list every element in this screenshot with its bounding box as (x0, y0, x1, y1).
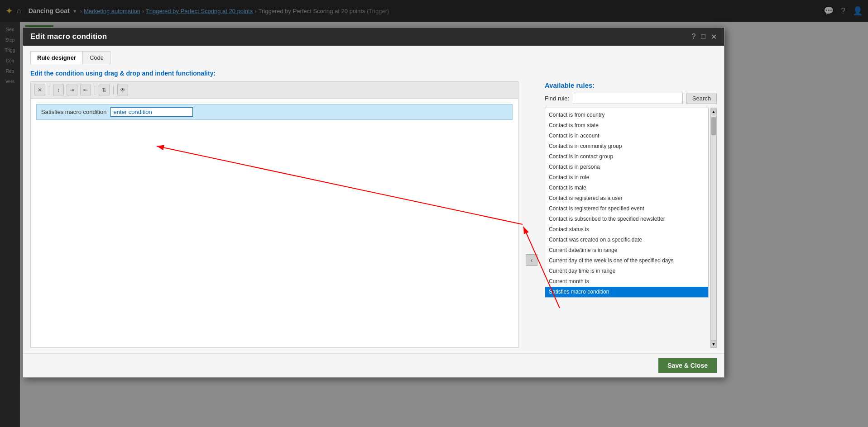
available-rules-title: Available rules: (545, 81, 717, 89)
modal-body: Rule designer Code Edit the condition us… (23, 46, 724, 353)
rules-list-container: Contact has submitted specified form in … (545, 108, 717, 348)
scrollbar-up[interactable]: ▲ (711, 108, 716, 115)
toolbar-outdent-btn[interactable]: ⇤ (80, 85, 91, 95)
add-rule-arrow-container: ‹ (526, 254, 537, 266)
rules-list-item[interactable]: Contact is subscribed to the specified n… (545, 214, 708, 224)
find-rule-label: Find rule: (545, 95, 569, 102)
modal-title: Edit macro condition (30, 32, 107, 41)
rules-list-item[interactable]: Current date/time is in range (545, 245, 708, 256)
toolbar-indent-btn[interactable]: ⇥ (67, 85, 77, 95)
toolbar-move-btn[interactable]: ↕ (53, 85, 64, 95)
instructions-text: Edit the condition using drag & drop and… (30, 70, 717, 77)
rule-toolbar: ✕ ↕ ⇥ ⇤ ⇅ 👁 (31, 82, 518, 99)
modal-header-actions: ? □ ✕ (691, 33, 717, 41)
toolbar-sep-1 (49, 85, 49, 95)
rules-list-item[interactable]: Contact is in community group (545, 141, 708, 152)
rules-list-item[interactable]: Contact is in role (545, 172, 708, 183)
rules-list-item[interactable]: Current day time is in range (545, 266, 708, 276)
find-rule-row: Find rule: Search (545, 93, 717, 104)
modal-header: Edit macro condition ? □ ✕ (23, 28, 724, 46)
rules-list-item[interactable]: Contact is from country (545, 110, 708, 120)
toolbar-delete-btn[interactable]: ✕ (34, 85, 45, 95)
toolbar-sep-3 (113, 85, 114, 95)
rules-scrollbar: ▲ ▼ (710, 108, 717, 348)
add-rule-button[interactable]: ‹ (526, 254, 537, 266)
rules-list-item[interactable]: Current month is (545, 276, 708, 287)
modal-tabs: Rule designer Code (30, 51, 717, 64)
toolbar-sep-2 (95, 85, 95, 95)
rules-list-item[interactable]: Contact status is (545, 224, 708, 235)
rules-list: Contact has submitted specified form in … (545, 108, 709, 298)
rules-list-item[interactable]: Contact is in account (545, 131, 708, 141)
modal-help-icon[interactable]: ? (691, 33, 695, 41)
scrollbar-down[interactable]: ▼ (711, 340, 716, 347)
rules-list-item[interactable]: Contact is in persona (545, 162, 708, 172)
rules-list-item[interactable]: Contact is in contact group (545, 152, 708, 162)
save-close-button[interactable]: Save & Close (658, 358, 717, 373)
toolbar-swap-btn[interactable]: ⇅ (99, 85, 110, 95)
rules-list-item[interactable]: Contact is registered for specified even… (545, 204, 708, 214)
find-rule-input[interactable] (573, 93, 683, 104)
rules-list-item[interactable]: Contact is male (545, 183, 708, 193)
condition-row: Satisfies macro condition (36, 104, 513, 120)
designer-area: ✕ ↕ ⇥ ⇤ ⇅ 👁 Satisfies macro condition (30, 81, 717, 348)
rule-content: Satisfies macro condition (31, 99, 518, 347)
toolbar-preview-btn[interactable]: 👁 (117, 85, 128, 95)
rules-list-item[interactable]: Contact is from state (545, 120, 708, 131)
tab-code[interactable]: Code (83, 51, 110, 64)
search-button[interactable]: Search (686, 93, 717, 104)
rule-designer-panel: ✕ ↕ ⇥ ⇤ ⇅ 👁 Satisfies macro condition (30, 81, 518, 348)
condition-label: Satisfies macro condition (41, 109, 107, 115)
tab-rule-designer[interactable]: Rule designer (30, 51, 83, 64)
rules-panel: Available rules: Find rule: Search Conta… (545, 81, 717, 348)
modal-footer: Save & Close (23, 353, 724, 377)
scrollbar-thumb[interactable] (711, 117, 716, 135)
rules-list-item[interactable]: Satisfies macro condition (545, 287, 708, 297)
rules-list-item[interactable]: Contact was created on a specific date (545, 235, 708, 245)
modal-close-icon[interactable]: ✕ (711, 33, 717, 41)
modal-maximize-icon[interactable]: □ (701, 33, 705, 41)
rules-list-item[interactable]: Contact is registered as a user (545, 193, 708, 204)
edit-macro-modal: Edit macro condition ? □ ✕ Rule designer… (23, 27, 724, 378)
rules-list-item[interactable]: Current day of the week is one of the sp… (545, 256, 708, 266)
condition-input[interactable] (110, 107, 193, 117)
